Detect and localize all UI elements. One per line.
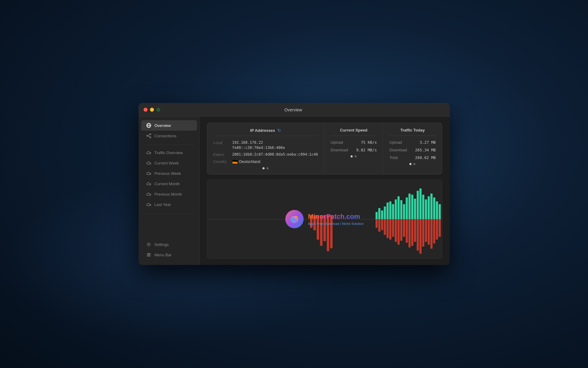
menu-icon xyxy=(146,252,151,258)
svg-rect-11 xyxy=(147,256,151,256)
sidebar-item-menu-bar[interactable]: Menu Bar xyxy=(141,250,197,260)
watermark-subtitle-prefix: Apps Free Download | xyxy=(308,222,342,225)
sidebar-item-connections[interactable]: Connections xyxy=(141,131,197,141)
traffic-today-panel: Traffic Today Upload 3.27 MB Download 26… xyxy=(383,123,442,174)
speed-panel: Current Speed Upload 75 KB/s Download 9.… xyxy=(324,123,383,174)
upload-traffic-label: Upload xyxy=(389,140,402,145)
content-area: IP Addresses ↻ Local 192.168.178.22 fe80… xyxy=(200,117,450,265)
total-traffic-label: Total xyxy=(389,155,397,160)
upload-traffic-row: Upload 3.27 MB xyxy=(389,140,436,145)
ip-panel: IP Addresses ↻ Local 192.168.178.22 fe80… xyxy=(207,123,325,174)
extern-label: Extern xyxy=(213,152,229,157)
country-value: 🇩🇪 Deutschland xyxy=(232,159,261,164)
ip-pagination-dots xyxy=(213,167,318,169)
svg-point-4 xyxy=(147,135,148,136)
sidebar-traffic-overview-label: Traffic Overview xyxy=(155,150,183,155)
local-ip-row: Local 192.168.178.22 fe80::c30:70ed:13b6… xyxy=(213,140,318,150)
traffic-today-title: Traffic Today xyxy=(389,128,436,136)
local-label: Local xyxy=(213,140,229,145)
download-traffic-row: Download 265.34 MB xyxy=(389,148,436,152)
sidebar-item-current-week[interactable]: Current Week xyxy=(141,158,197,168)
extern-ip: 2001:16b8:2c87:4d00:8da5:eeba:c994:1c46 xyxy=(232,152,318,157)
ip-dot-1[interactable] xyxy=(262,167,265,169)
sidebar-settings-label: Settings xyxy=(155,242,169,247)
sidebar-item-last-year[interactable]: Last Year xyxy=(141,199,197,210)
ip-panel-header: IP Addresses ↻ xyxy=(213,128,318,136)
speed-dot-2[interactable] xyxy=(355,155,357,157)
country-row: Country 🇩🇪 Deutschland xyxy=(213,159,318,164)
sidebar: Overview Connections xyxy=(139,117,200,265)
svg-point-3 xyxy=(150,134,151,135)
gear-icon xyxy=(146,242,151,247)
sidebar-previous-month-label: Previous Month xyxy=(155,192,182,197)
upload-speed-value: 75 KB/s xyxy=(361,140,377,145)
download-speed-label: Download xyxy=(330,148,348,152)
upload-speed-row: Upload 75 KB/s xyxy=(330,140,377,145)
cloud-icon-4 xyxy=(146,181,151,186)
ip-panel-title: IP Addresses xyxy=(250,128,275,133)
watermark-subtitle: Apps Free Download | Niche Solution xyxy=(308,222,364,225)
country-label: Country xyxy=(213,160,229,164)
speed-dot-1[interactable] xyxy=(351,155,353,157)
svg-point-5 xyxy=(150,137,151,138)
svg-rect-10 xyxy=(147,254,151,255)
country-flag: 🇩🇪 xyxy=(232,159,237,164)
refresh-button[interactable]: ↻ xyxy=(277,128,281,133)
app-window: Overview Overview xyxy=(139,103,450,265)
total-traffic-row: Total 268.62 MB xyxy=(389,155,436,160)
sidebar-current-week-label: Current Week xyxy=(155,161,179,165)
sidebar-item-previous-month[interactable]: Previous Month xyxy=(141,189,197,199)
sidebar-menu-bar-label: Menu Bar xyxy=(155,253,172,257)
sidebar-item-overview[interactable]: Overview xyxy=(141,120,197,131)
chart-area: MinorPatch.com Apps Free Download | Nich… xyxy=(207,179,442,259)
speed-pagination-dots xyxy=(330,155,377,157)
svg-point-16 xyxy=(290,218,295,222)
top-panels: IP Addresses ↻ Local 192.168.178.22 fe80… xyxy=(207,123,442,175)
share-icon xyxy=(146,133,151,139)
download-speed-value: 9.82 MB/s xyxy=(356,148,377,152)
traffic-dot-1[interactable] xyxy=(409,163,412,165)
local-ip-values: 192.168.178.22 fe80::c30:70ed:13b6:406e xyxy=(232,140,285,150)
svg-line-7 xyxy=(148,136,150,137)
title-bar: Overview xyxy=(139,103,450,117)
sidebar-section-traffic: Traffic Overview Current Week xyxy=(139,147,199,210)
traffic-pagination-dots xyxy=(389,163,436,165)
sidebar-item-previous-week[interactable]: Previous Week xyxy=(141,168,197,179)
watermark: MinorPatch.com Apps Free Download | Nich… xyxy=(285,210,364,228)
watermark-niche-solution: Niche Solution xyxy=(342,222,364,225)
sidebar-divider-1 xyxy=(144,145,194,145)
download-traffic-value: 265.34 MB xyxy=(415,148,436,152)
local-ip-1: 192.168.178.22 xyxy=(232,140,285,145)
svg-rect-9 xyxy=(147,253,151,254)
main-content: Overview Connections xyxy=(139,117,450,265)
cloud-icon-3 xyxy=(146,171,151,176)
sidebar-previous-week-label: Previous Week xyxy=(155,171,181,176)
traffic-dot-2[interactable] xyxy=(413,163,415,165)
svg-point-8 xyxy=(148,244,149,245)
globe-icon xyxy=(146,123,151,128)
cloud-icon-1 xyxy=(146,150,151,155)
sidebar-current-month-label: Current Month xyxy=(155,182,180,186)
upload-speed-label: Upload xyxy=(330,140,343,145)
sidebar-last-year-label: Last Year xyxy=(155,202,171,207)
ip-dot-2[interactable] xyxy=(266,167,269,169)
download-traffic-label: Download xyxy=(389,148,407,152)
local-ip-2: fe80::c30:70ed:13b6:406e xyxy=(232,146,285,150)
sidebar-item-current-month[interactable]: Current Month xyxy=(141,179,197,189)
watermark-logo xyxy=(285,210,304,228)
chart-overlay: MinorPatch.com Apps Free Download | Nich… xyxy=(207,180,442,258)
maximize-button[interactable] xyxy=(156,108,160,112)
cloud-icon-5 xyxy=(146,191,151,197)
window-title: Overview xyxy=(142,107,445,112)
sidebar-overview-label: Overview xyxy=(155,123,171,128)
country-name: Deutschland xyxy=(239,160,261,164)
extern-ip-values: 2001:16b8:2c87:4d00:8da5:eeba:c994:1c46 xyxy=(232,152,318,157)
sidebar-connections-label: Connections xyxy=(155,134,176,138)
sidebar-item-settings[interactable]: Settings xyxy=(141,239,197,250)
sidebar-item-traffic-overview[interactable]: Traffic Overview xyxy=(141,147,197,158)
extern-ip-row: Extern 2001:16b8:2c87:4d00:8da5:eeba:c99… xyxy=(213,152,318,157)
svg-line-6 xyxy=(148,135,150,135)
total-traffic-value: 268.62 MB xyxy=(415,155,436,160)
sidebar-divider-2 xyxy=(144,213,194,214)
sidebar-section-bottom: Settings Menu Bar xyxy=(139,239,199,260)
